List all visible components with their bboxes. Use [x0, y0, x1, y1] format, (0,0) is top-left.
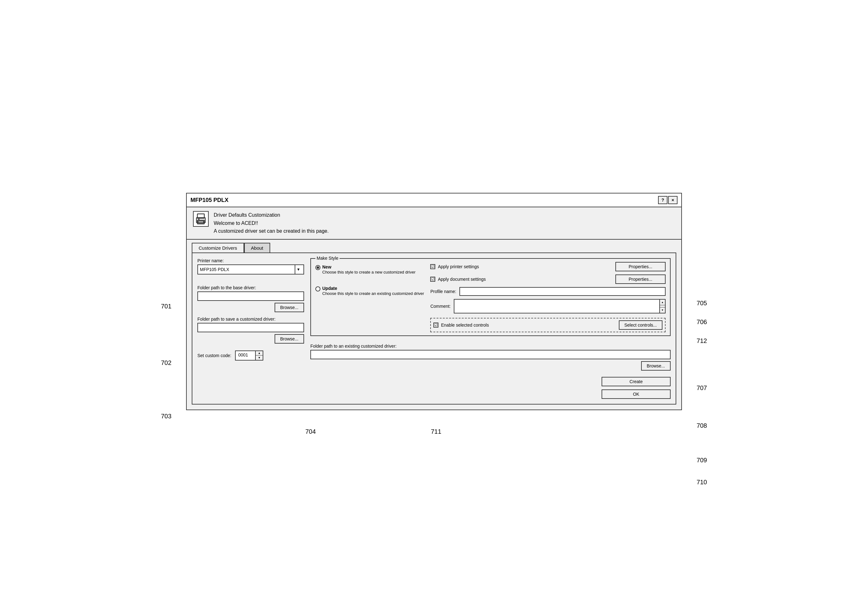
header-line1: Driver Defaults Customization — [214, 211, 328, 219]
annotation-706: 706 — [697, 319, 707, 326]
ok-button[interactable]: OK — [601, 390, 671, 399]
spinner-arrows: ▲ ▼ — [256, 351, 263, 360]
comment-input[interactable] — [455, 300, 659, 313]
header-line2: Welcome to ACED!! — [214, 219, 328, 227]
printer-name-value: MFP105 PDLX — [200, 267, 229, 272]
printer-name-label: Printer name: — [197, 258, 304, 263]
action-buttons: Create OK — [310, 377, 671, 399]
new-radio-text: New Choose this style to create a new cu… — [322, 264, 415, 275]
apply-printer-checkbox-row: ☑ Apply printer settings — [430, 264, 479, 269]
header-line3: A customized driver set can be created i… — [214, 227, 328, 235]
select-controls-button[interactable]: Select controls... — [619, 320, 663, 330]
folder-save-field: Folder path to save a customized driver:… — [197, 317, 304, 343]
annotation-703: 703 — [161, 413, 171, 420]
annotation-711: 711 — [431, 428, 441, 435]
apply-document-label: Apply document settings — [438, 277, 486, 282]
new-label: New — [322, 264, 415, 269]
title-bar: MFP105 PDLX ? × — [187, 193, 681, 207]
new-radio-button[interactable] — [315, 265, 321, 270]
update-radio-text: Update Choose this style to create an ex… — [322, 286, 424, 297]
browse3-button[interactable]: Browse... — [641, 361, 671, 371]
make-style-legend: Make Style — [315, 256, 339, 261]
annotation-712: 712 — [697, 337, 707, 345]
create-button[interactable]: Create — [601, 377, 671, 386]
custom-code-spinner[interactable]: 0001 ▲ ▼ — [235, 351, 263, 360]
header-text: Driver Defaults Customization Welcome to… — [214, 211, 328, 235]
folder-base-label: Folder path to the base driver: — [197, 285, 304, 290]
custom-code-value: 0001 — [236, 351, 256, 360]
annotation-710: 710 — [697, 479, 707, 486]
lower-right: Folder path to an existing customized dr… — [310, 343, 671, 399]
apply-document-checkbox-row: ☑ Apply document settings — [430, 277, 486, 282]
annotation-704: 704 — [305, 428, 316, 435]
apply-printer-row: ☑ Apply printer settings Properties... — [430, 262, 666, 271]
apply-document-row: ☑ Apply document settings Properties... — [430, 275, 666, 284]
annotation-705: 705 — [697, 300, 707, 307]
browse2-button[interactable]: Browse... — [274, 334, 304, 343]
annotation-709: 709 — [697, 457, 707, 464]
properties1-button[interactable]: Properties... — [615, 262, 666, 271]
profile-name-input[interactable] — [459, 287, 666, 296]
folder-save-input[interactable] — [197, 323, 304, 332]
profile-name-label: Profile name: — [430, 289, 456, 294]
scroll-up-button[interactable]: ▲ — [660, 300, 665, 305]
dropdown-arrow-icon[interactable]: ▼ — [294, 265, 302, 274]
annotation-702: 702 — [161, 359, 171, 366]
printer-name-select[interactable]: MFP105 PDLX ▼ — [197, 264, 304, 275]
browse1-button[interactable]: Browse... — [274, 303, 304, 312]
close-button[interactable]: × — [668, 196, 677, 204]
tabs-area: Customize Drivers About — [187, 240, 681, 252]
enable-controls-row: ☑ Enable selected controls Select contro… — [430, 318, 666, 332]
folder-base-input[interactable] — [197, 291, 304, 301]
profile-row: Profile name: — [430, 287, 666, 296]
annotation-701: 701 — [161, 303, 171, 310]
enable-controls-checkbox[interactable]: ☑ — [433, 323, 438, 328]
enable-controls-label: Enable selected controls — [441, 323, 489, 328]
update-label: Update — [322, 286, 424, 291]
comment-row: Comment: ▲ ▼ — [430, 299, 666, 314]
header-section: Driver Defaults Customization Welcome to… — [187, 207, 681, 240]
update-radio-button[interactable] — [315, 286, 321, 291]
help-button[interactable]: ? — [658, 196, 668, 204]
new-description: Choose this style to create a new custom… — [322, 269, 415, 275]
folder-base-field: Folder path to the base driver: Browse..… — [197, 285, 304, 312]
left-panel: Printer name: MFP105 PDLX ▼ Folder path … — [197, 258, 304, 399]
comment-input-wrap: ▲ ▼ — [454, 299, 666, 314]
apply-printer-label: Apply printer settings — [438, 264, 479, 269]
main-dialog: MFP105 PDLX ? × — [186, 193, 682, 410]
update-description: Choose this style to create an existing … — [322, 291, 424, 297]
make-style-box: Make Style New Choose this style to crea… — [310, 258, 671, 336]
main-content: Printer name: MFP105 PDLX ▼ Folder path … — [192, 252, 676, 405]
settings-col: ☑ Apply printer settings Properties... ☑ — [430, 262, 666, 332]
comment-scrollbar: ▲ ▼ — [659, 300, 665, 313]
page-wrapper: MFP105 PDLX ? × — [0, 0, 868, 603]
folder-existing-input[interactable] — [310, 350, 671, 359]
tab-about[interactable]: About — [244, 243, 270, 252]
apply-document-checkbox[interactable]: ☑ — [430, 277, 435, 282]
svg-rect-4 — [198, 221, 204, 223]
printer-name-field: Printer name: MFP105 PDLX ▼ — [197, 258, 304, 275]
dialog-title: MFP105 PDLX — [191, 197, 228, 204]
title-bar-buttons: ? × — [658, 196, 677, 204]
folder-save-label: Folder path to save a customized driver: — [197, 317, 304, 322]
custom-code-label: Set custom code: — [197, 353, 231, 358]
spinner-down-button[interactable]: ▼ — [256, 356, 263, 360]
annotation-708: 708 — [697, 422, 707, 429]
right-panel: Make Style New Choose this style to crea… — [310, 258, 671, 399]
folder-existing-label: Folder path to an existing customized dr… — [310, 343, 397, 349]
folder-existing-section: Folder path to an existing customized dr… — [310, 343, 671, 371]
apply-printer-checkbox[interactable]: ☑ — [430, 264, 435, 269]
printer-icon — [193, 211, 209, 227]
comment-label: Comment: — [430, 304, 451, 309]
tab-customize-drivers[interactable]: Customize Drivers — [192, 243, 244, 252]
spinner-up-button[interactable]: ▲ — [256, 351, 263, 356]
custom-code-row: Set custom code: 0001 ▲ ▼ — [197, 351, 304, 360]
scroll-down-button[interactable]: ▼ — [660, 307, 665, 313]
annotation-707: 707 — [697, 384, 707, 392]
properties2-button[interactable]: Properties... — [615, 275, 666, 284]
